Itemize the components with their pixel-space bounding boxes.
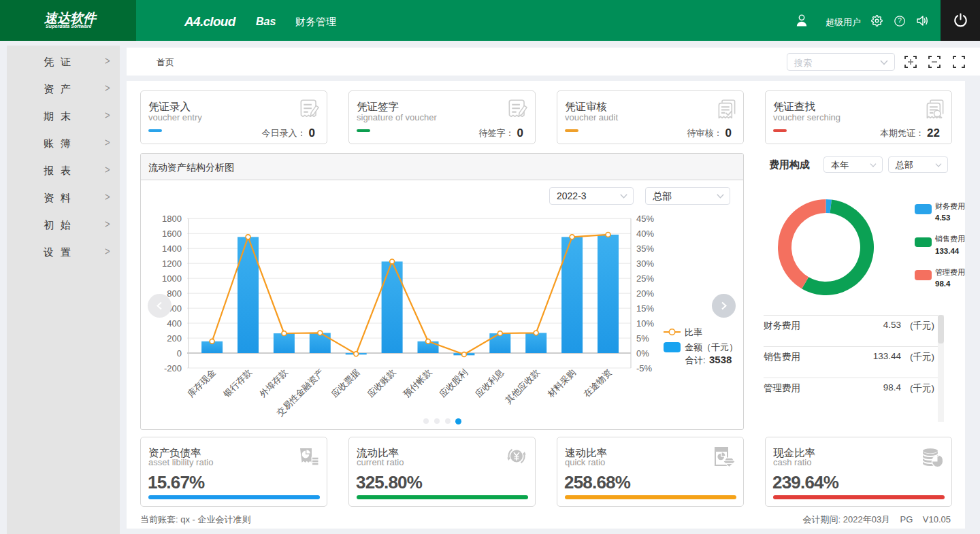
svg-text:15%: 15% (636, 303, 654, 314)
svg-text:5%: 5% (636, 333, 649, 344)
svg-text:应收票据: 应收票据 (329, 367, 361, 399)
svg-text:?: ? (898, 17, 902, 24)
svg-text:预付帐款: 预付帐款 (401, 367, 434, 400)
svg-text:其他应收款: 其他应收款 (503, 367, 542, 406)
svg-text:1000: 1000 (162, 273, 182, 284)
svg-text:在途物资: 在途物资 (581, 367, 613, 399)
svg-text:-5%: -5% (636, 363, 653, 373)
svg-text:400: 400 (167, 318, 182, 329)
svg-text:3538: 3538 (709, 354, 732, 365)
svg-text:25%: 25% (636, 273, 654, 284)
svg-text:1200: 1200 (162, 258, 182, 269)
svg-text:45%: 45% (636, 214, 654, 224)
svg-text:比率: 比率 (685, 327, 702, 337)
svg-text:合计:: 合计: (685, 355, 706, 365)
svg-text:外埠存款: 外埠存款 (257, 367, 290, 400)
svg-text:20%: 20% (636, 288, 654, 299)
svg-text:40%: 40% (636, 229, 654, 239)
svg-text:1600: 1600 (162, 229, 182, 239)
svg-text:10%: 10% (636, 318, 654, 329)
svg-text:材料采购: 材料采购 (545, 367, 578, 400)
svg-text:银行存款: 银行存款 (221, 367, 254, 400)
svg-text:金额（千元）: 金额（千元） (685, 342, 738, 352)
svg-text:0: 0 (177, 348, 182, 358)
svg-text:-200: -200 (164, 363, 182, 373)
svg-text:应收股利: 应收股利 (438, 367, 470, 399)
svg-text:1400: 1400 (162, 244, 182, 254)
svg-text:35%: 35% (636, 244, 654, 254)
svg-text:库存现金: 库存现金 (185, 367, 217, 399)
svg-text:应收账款: 应收账款 (365, 367, 397, 399)
svg-text:应收利息: 应收利息 (474, 367, 506, 399)
svg-text:200: 200 (167, 333, 182, 344)
svg-text:0%: 0% (636, 348, 649, 358)
svg-text:30%: 30% (636, 258, 654, 269)
svg-text:800: 800 (167, 288, 182, 299)
svg-text:1800: 1800 (162, 214, 182, 224)
